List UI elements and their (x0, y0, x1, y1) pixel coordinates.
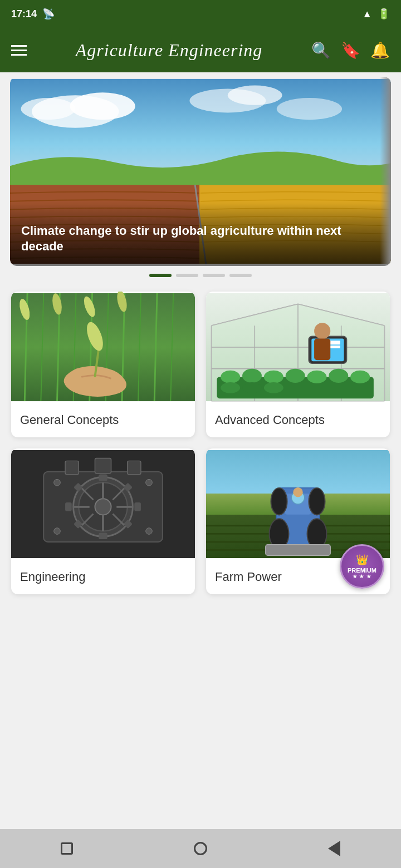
nav-back-button[interactable] (320, 835, 348, 862)
svg-point-39 (242, 369, 262, 383)
premium-badge: 👑 PREMIUM ★ ★ ★ (340, 544, 384, 589)
search-icon[interactable]: 🔍 (311, 41, 331, 60)
card-image-engineering (11, 448, 195, 560)
card-farm-power[interactable]: 👑 PREMIUM ★ ★ ★ Farm Power (206, 448, 390, 594)
svg-point-3 (21, 98, 76, 120)
nav-square-icon (61, 842, 73, 855)
nav-circle-icon (194, 842, 207, 855)
dot-2[interactable] (176, 274, 198, 277)
status-bar-right: ▲ 🔋 (362, 8, 390, 20)
battery-icon: 🔋 (378, 8, 390, 20)
svg-point-53 (314, 323, 330, 339)
nav-square-button[interactable] (53, 835, 81, 862)
svg-rect-52 (329, 346, 340, 348)
svg-point-95 (293, 487, 302, 497)
premium-crown: 👑 (356, 554, 368, 566)
svg-rect-96 (266, 545, 330, 555)
content-area: General Concepts (0, 286, 401, 600)
menu-button[interactable] (11, 45, 27, 56)
scroll-dots (0, 266, 401, 282)
bell-icon[interactable]: 🔔 (370, 41, 390, 60)
svg-point-5 (228, 86, 282, 105)
premium-text: PREMIUM (348, 567, 376, 574)
svg-point-44 (350, 371, 370, 383)
svg-point-79 (146, 528, 153, 535)
svg-point-59 (95, 499, 111, 515)
svg-rect-61 (99, 532, 107, 539)
card-advanced-concepts[interactable]: Advanced Concepts (206, 292, 390, 437)
premium-stars: ★ ★ ★ (353, 574, 371, 579)
category-grid: General Concepts (11, 292, 390, 594)
svg-point-90 (271, 488, 287, 515)
dot-3[interactable] (203, 274, 225, 277)
card-image-general (11, 292, 195, 403)
app-title: Agriculture Engineering (76, 40, 263, 61)
next-slide-hint (380, 77, 391, 266)
svg-rect-51 (329, 341, 340, 344)
card-general-concepts[interactable]: General Concepts (11, 292, 195, 437)
svg-point-78 (54, 528, 61, 535)
card-engineering[interactable]: Engineering (11, 448, 195, 594)
bookmark-icon[interactable]: 🔖 (341, 41, 360, 60)
svg-point-76 (54, 479, 61, 486)
svg-point-47 (264, 382, 283, 393)
svg-point-38 (221, 371, 240, 383)
card-image-advanced (206, 292, 390, 403)
banner-slide[interactable]: Climate change to stir up global agricul… (10, 77, 391, 266)
card-label-advanced: Advanced Concepts (206, 403, 390, 437)
dot-4[interactable] (229, 274, 252, 277)
svg-rect-54 (314, 338, 330, 360)
header: Agriculture Engineering 🔍 🔖 🔔 (0, 28, 401, 72)
svg-point-45 (221, 382, 240, 393)
svg-rect-82 (128, 461, 141, 474)
dot-1[interactable] (149, 274, 172, 277)
card-label-engineering: Engineering (11, 560, 195, 594)
banner-area: Climate change to stir up global agricul… (0, 72, 401, 286)
header-icons: 🔍 🔖 🔔 (311, 41, 390, 60)
wifi-icon: ▲ (362, 8, 372, 20)
banner-caption: Climate change to stir up global agricul… (10, 201, 391, 266)
android-nav-bar (0, 829, 401, 868)
time-display: 17:14 (11, 8, 37, 20)
svg-point-2 (70, 92, 135, 120)
status-bar-left: 17:14 📡 (11, 8, 55, 20)
svg-rect-60 (99, 475, 107, 481)
svg-rect-81 (95, 458, 111, 474)
nav-home-button[interactable] (187, 835, 214, 862)
card-label-general: General Concepts (11, 403, 195, 437)
svg-rect-63 (134, 502, 141, 511)
svg-point-6 (277, 98, 342, 120)
svg-point-91 (309, 488, 325, 515)
svg-rect-62 (65, 502, 72, 511)
card-image-farm (206, 448, 390, 560)
signal-icon: 📡 (42, 8, 55, 20)
nav-triangle-icon (328, 841, 340, 856)
svg-point-41 (286, 369, 305, 383)
svg-point-46 (242, 382, 262, 393)
svg-point-42 (307, 371, 327, 383)
svg-point-40 (264, 371, 283, 383)
svg-point-43 (329, 369, 348, 383)
svg-point-77 (146, 479, 153, 486)
status-bar: 17:14 📡 ▲ 🔋 (0, 0, 401, 28)
svg-rect-80 (65, 461, 79, 474)
